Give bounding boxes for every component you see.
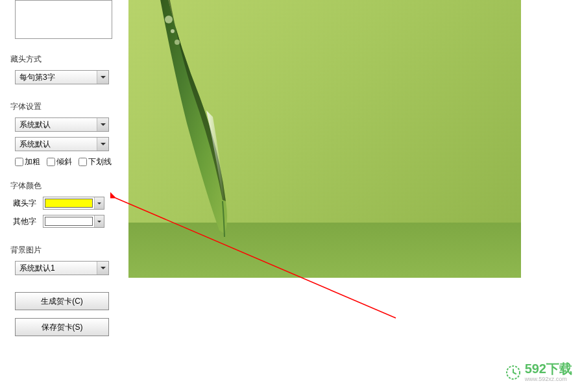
generate-card-button[interactable]: 生成贺卡(C): [15, 292, 109, 310]
other-color-label: 其他字: [13, 216, 36, 227]
background-image-value: 系统默认1: [15, 261, 109, 275]
leaf-illustration: [141, 0, 310, 240]
acrostic-color-picker[interactable]: [43, 197, 104, 210]
chevron-down-icon: [94, 197, 104, 209]
content-textarea[interactable]: [15, 0, 112, 39]
font-settings-label: 字体设置: [10, 101, 117, 112]
background-image-select[interactable]: 系统默认1: [15, 261, 109, 275]
other-color-picker[interactable]: [43, 215, 104, 228]
background-image-label: 背景图片: [10, 245, 117, 256]
font-family-select[interactable]: 系统默认: [15, 117, 109, 132]
save-card-button[interactable]: 保存贺卡(S): [15, 318, 109, 336]
watermark: 592下载 www.592xz.com: [505, 362, 572, 382]
acrostic-mode-label: 藏头方式: [10, 54, 117, 65]
underline-label: 下划线: [88, 156, 112, 167]
font-size-value: 系统默认: [15, 137, 109, 151]
other-color-swatch: [45, 217, 93, 226]
watermark-sub-text: www.592xz.com: [525, 376, 572, 382]
acrostic-mode-select[interactable]: 每句第3字: [15, 70, 109, 84]
acrostic-color-label: 藏头字: [13, 198, 36, 209]
svg-point-2: [171, 29, 175, 33]
watermark-icon: [505, 365, 521, 380]
italic-label: 倾斜: [56, 156, 72, 167]
card-preview: [128, 0, 521, 278]
sidebar: 藏头方式 每句第3字 字体设置 系统默认 系统默认 加粗 倾斜 下划线 字体颜色…: [5, 0, 117, 344]
watermark-main-text: 592下载: [525, 362, 572, 375]
svg-point-1: [175, 40, 180, 45]
font-family-value: 系统默认: [15, 117, 109, 132]
svg-point-0: [165, 16, 173, 23]
font-color-label: 字体颜色: [10, 180, 117, 191]
font-size-select[interactable]: 系统默认: [15, 137, 109, 151]
acrostic-mode-value: 每句第3字: [15, 70, 109, 84]
italic-checkbox[interactable]: [47, 158, 55, 166]
bold-label: 加粗: [25, 156, 40, 167]
acrostic-color-swatch: [45, 199, 93, 208]
bold-checkbox[interactable]: [15, 158, 23, 166]
chevron-down-icon: [94, 215, 104, 227]
underline-checkbox[interactable]: [79, 158, 87, 166]
